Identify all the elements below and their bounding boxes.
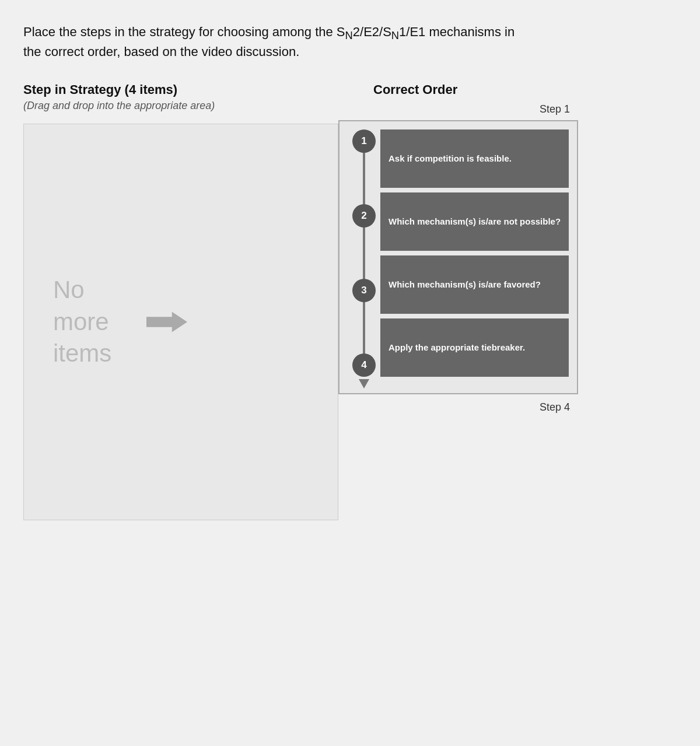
- steps-outer: 1 2 3 4 Ask if competition is feasible. …: [338, 120, 578, 394]
- step-circle-3: 3: [352, 279, 376, 302]
- step-label-bottom: Step 4: [338, 401, 570, 414]
- correct-order-title: Correct Order: [373, 82, 578, 97]
- step-card-3[interactable]: Which mechanism(s) is/are favored?: [380, 255, 569, 314]
- step-circle-2: 2: [352, 204, 376, 227]
- left-panel-title: Step in Strategy (4 items): [23, 82, 338, 97]
- left-panel-header: Step in Strategy (4 items) (Drag and dro…: [23, 82, 338, 112]
- left-panel: Step in Strategy (4 items) (Drag and dro…: [23, 82, 338, 520]
- circles-column: 1 2 3 4: [348, 129, 380, 377]
- step-circle-1: 1: [352, 129, 376, 153]
- instructions: Place the steps in the strategy for choo…: [23, 23, 525, 61]
- track-arrow: [359, 379, 369, 388]
- drop-zone[interactable]: Nomoreitems: [23, 124, 338, 520]
- step-card-2[interactable]: Which mechanism(s) is/are not possible?: [380, 192, 569, 251]
- steps-outer-inner: 1 2 3 4 Ask if competition is feasible. …: [348, 129, 569, 377]
- cards-column: Ask if competition is feasible. Which me…: [380, 129, 569, 377]
- no-more-items-label: Nomoreitems: [53, 274, 111, 370]
- step-circle-4: 4: [352, 353, 376, 377]
- track-line: [363, 142, 365, 364]
- correct-order-section: Correct Order Step 1 1 2 3 4 Ask: [338, 82, 578, 414]
- step-label-top: Step 1: [338, 103, 570, 115]
- step-card-1[interactable]: Ask if competition is feasible.: [380, 129, 569, 188]
- right-arrow-icon: [146, 307, 187, 337]
- main-layout: Step in Strategy (4 items) (Drag and dro…: [23, 82, 677, 520]
- left-panel-subtitle: (Drag and drop into the appropriate area…: [23, 100, 338, 112]
- step-card-4[interactable]: Apply the appropriate tiebreaker.: [380, 318, 569, 377]
- svg-marker-0: [146, 311, 187, 332]
